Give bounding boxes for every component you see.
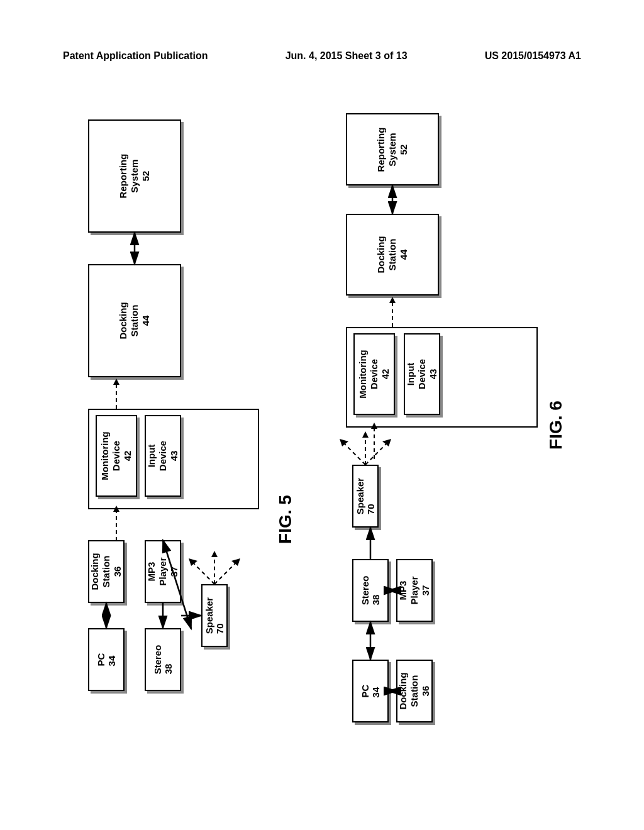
fig6-mp3-name: MP3 Player	[397, 576, 419, 604]
svg-marker-20	[362, 431, 369, 438]
fig6-input-box: Input Device 43	[404, 333, 440, 415]
fig6-reporting-num: 52	[398, 144, 409, 155]
fig6-speaker-num: 70	[365, 504, 376, 515]
fig5-docking1-name: Docking Station	[89, 553, 111, 590]
fig5-pc-num: 34	[106, 656, 117, 667]
fig5-docking2-box: Docking Station 44	[88, 264, 181, 377]
fig6-monitoring-box: Monitoring Device 42	[353, 333, 395, 415]
fig5-monitoring-name: Monitoring Device	[99, 431, 121, 480]
fig6-reporting-box: Reporting System 52	[346, 113, 439, 185]
header-left: Patent Application Publication	[63, 50, 208, 62]
fig5-mp3-name: MP3 Player	[146, 557, 168, 585]
svg-line-8	[214, 562, 236, 584]
fig5-reporting-name: Reporting System	[118, 154, 140, 199]
fig6-pc-num: 34	[370, 687, 381, 698]
fig5-input-name: Input Device	[146, 441, 168, 471]
fig6-input-name: Input Device	[405, 359, 427, 389]
fig5-label: FIG. 5	[261, 509, 310, 529]
fig6-docking1-num: 36	[420, 686, 431, 697]
fig5-input-box: Input Device 43	[145, 415, 181, 497]
fig6-input-num: 43	[428, 369, 438, 380]
fig6-mp3-box: MP3 Player 37	[396, 559, 433, 622]
fig5-docking2-num: 44	[140, 316, 151, 326]
fig5-speaker-name: Speaker	[204, 597, 214, 634]
svg-marker-5	[211, 551, 218, 557]
fig5-reporting-box: Reporting System 52	[88, 119, 181, 233]
fig6-reporting-name: Reporting System	[375, 127, 397, 172]
svg-line-6	[192, 562, 214, 584]
fig6-speaker-name: Speaker	[355, 478, 365, 514]
fig6-monitoring-num: 42	[380, 369, 391, 380]
svg-marker-9	[231, 558, 240, 566]
fig5-docking1-num: 36	[112, 567, 123, 577]
svg-marker-7	[189, 558, 197, 566]
fig6-docking2-num: 44	[398, 250, 409, 260]
svg-line-23	[365, 443, 387, 465]
diagram-area: PC 34 Docking Station 36 Stereo 38 MP3 P…	[63, 107, 579, 767]
svg-marker-13	[113, 379, 119, 385]
fig5-monitoring-num: 42	[122, 451, 133, 462]
svg-marker-28	[389, 297, 396, 303]
fig5-mp3-num: 37	[169, 567, 179, 577]
fig5-monitoring-box: Monitoring Device 42	[96, 415, 137, 497]
fig6-stereo-name: Stereo	[360, 576, 370, 606]
fig5-mp3-box: MP3 Player 37	[145, 540, 181, 603]
fig6-pc-name: PC	[360, 685, 370, 698]
svg-marker-22	[340, 439, 348, 446]
page-header: Patent Application Publication Jun. 4, 2…	[0, 50, 644, 62]
fig5-docking1-box: Docking Station 36	[88, 540, 125, 603]
fig5-stereo-num: 38	[163, 664, 174, 675]
fig5-input-num: 43	[169, 451, 179, 462]
fig5-stereo-name: Stereo	[152, 645, 163, 675]
fig6-monitoring-name: Monitoring Device	[357, 350, 379, 398]
fig5-stereo-box: Stereo 38	[145, 628, 181, 691]
header-right: US 2015/0154973 A1	[485, 50, 581, 62]
fig6-mp3-num: 37	[420, 585, 431, 596]
fig6-pc-box: PC 34	[352, 660, 389, 722]
fig6-docking2-name: Docking Station	[375, 236, 397, 273]
fig6-speaker-box: Speaker 70	[352, 465, 379, 528]
fig5-docking2-name: Docking Station	[118, 302, 140, 339]
fig5-speaker-box: Speaker 70	[201, 584, 228, 647]
fig5-reporting-num: 52	[140, 171, 151, 182]
fig6-label: FIG. 6	[531, 415, 580, 435]
fig5-pc-box: PC 34	[88, 628, 125, 691]
svg-marker-24	[382, 439, 391, 446]
header-center: Jun. 4, 2015 Sheet 3 of 13	[286, 50, 408, 62]
fig6-docking1-name: Docking Station	[397, 672, 419, 709]
svg-line-21	[343, 443, 365, 465]
fig6-stereo-num: 38	[370, 595, 381, 606]
fig6-stereo-box: Stereo 38	[352, 559, 389, 622]
fig6-docking2-box: Docking Station 44	[346, 214, 439, 296]
fig5-pc-name: PC	[96, 653, 106, 667]
fig6-docking1-box: Docking Station 36	[396, 660, 433, 722]
fig5-speaker-num: 70	[214, 624, 225, 634]
